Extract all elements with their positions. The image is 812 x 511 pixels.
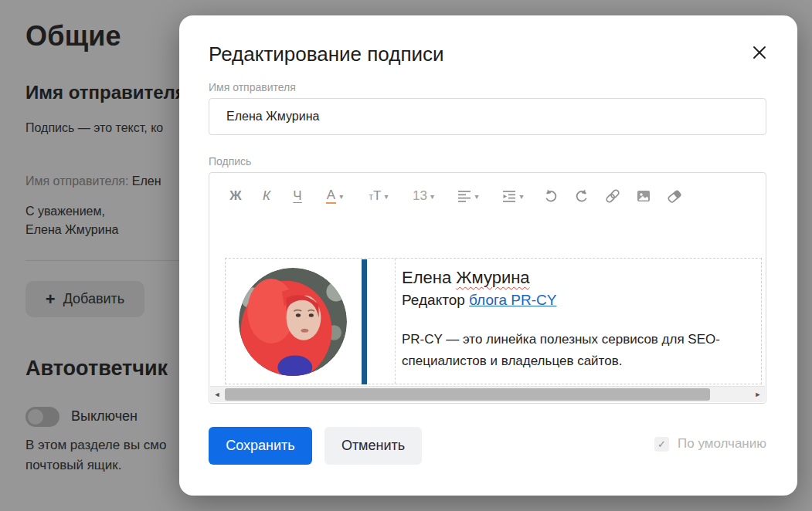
eraser-icon [666, 188, 683, 205]
align-left-icon [457, 190, 471, 203]
save-button[interactable]: Сохранить [209, 427, 312, 465]
bold-icon: Ж [229, 188, 241, 204]
chevron-down-icon: ▾ [339, 192, 343, 201]
insert-image-button[interactable] [628, 183, 659, 209]
clear-formatting-button[interactable] [659, 183, 690, 209]
size-value-button[interactable]: 13 ▾ [401, 183, 446, 209]
undo-icon [543, 188, 559, 204]
indent-button[interactable]: ▾ [491, 183, 535, 209]
bold-button[interactable]: Ж [220, 183, 251, 209]
underline-icon: Ч [293, 188, 301, 204]
underline-button[interactable]: Ч [282, 183, 313, 209]
sender-name-field-label: Имя отправителя [209, 81, 296, 93]
horizontal-scrollbar[interactable]: ◄ ► [210, 386, 765, 402]
signature-description: PR-CY — это линейка полезных сервисов дл… [402, 329, 751, 372]
misspelled-word: Жмурина [456, 268, 529, 287]
signature-name: Елена Жмурина [402, 266, 751, 289]
default-checkbox-label: По умолчанию [678, 436, 766, 452]
italic-icon: К [263, 188, 270, 204]
cancel-button[interactable]: Отменить [324, 427, 422, 465]
scroll-right-arrow[interactable]: ► [752, 387, 764, 402]
link-button[interactable] [597, 183, 628, 209]
edit-signature-dialog: Редактирование подписи Имя отправителя Е… [179, 15, 797, 496]
scrollbar-thumb[interactable] [225, 388, 710, 401]
close-button[interactable] [748, 41, 771, 64]
italic-button[interactable]: К [251, 183, 282, 209]
checkbox-checked-icon[interactable]: ✓ [654, 437, 669, 452]
chevron-down-icon: ▾ [430, 192, 434, 201]
redo-button[interactable] [566, 183, 597, 209]
font-size-icon: тТ [369, 188, 382, 204]
chevron-down-icon: ▾ [384, 192, 388, 201]
chevron-down-icon: ▾ [474, 192, 478, 201]
chevron-down-icon: ▾ [519, 192, 523, 201]
close-icon [753, 46, 766, 59]
signature-text: Елена Жмурина Редактор блога PR-CY PR-CY… [402, 266, 751, 372]
screen: Общие Имя отправителя Подпись — это текс… [0, 0, 812, 511]
text-color-icon: A [326, 188, 336, 205]
indent-icon [502, 190, 516, 203]
align-button[interactable]: ▾ [446, 183, 491, 209]
dialog-title: Редактирование подписи [209, 42, 444, 66]
signature-editor[interactable]: Ж К Ч A ▾ тТ ▾ 13 ▾ [209, 172, 766, 404]
undo-button[interactable] [535, 183, 566, 209]
image-icon [636, 188, 651, 204]
signature-field-label: Подпись [209, 155, 251, 168]
sender-name-input-value: Елена Жмурина [226, 110, 319, 124]
size-value: 13 [413, 188, 427, 204]
redo-icon [574, 188, 589, 204]
signature-role: Редактор блога PR-CY [402, 289, 751, 311]
signature-accent-bar [362, 259, 367, 384]
editor-toolbar: Ж К Ч A ▾ тТ ▾ 13 ▾ [220, 181, 758, 212]
scroll-left-arrow[interactable]: ◄ [211, 387, 223, 402]
default-checkbox-row[interactable]: ✓ По умолчанию [654, 436, 766, 452]
table-cell-border [395, 259, 396, 384]
sender-name-input[interactable]: Елена Жмурина [209, 98, 766, 135]
blog-link[interactable]: блога PR-CY [469, 292, 556, 308]
avatar-photo [239, 268, 347, 376]
font-size-button[interactable]: тТ ▾ [356, 183, 401, 209]
text-color-button[interactable]: A ▾ [313, 183, 356, 209]
avatar [239, 268, 347, 376]
signature-block[interactable]: Елена Жмурина Редактор блога PR-CY PR-CY… [225, 258, 762, 384]
link-icon [604, 188, 621, 205]
